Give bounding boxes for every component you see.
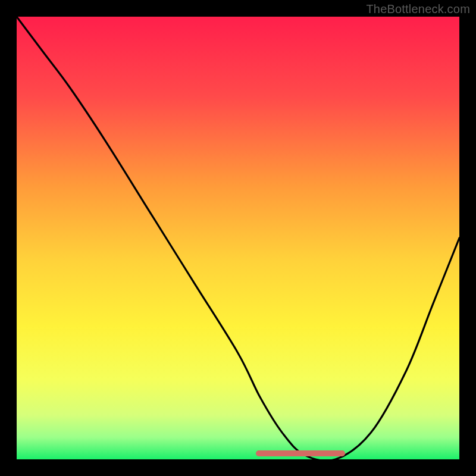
min-highlight-bar xyxy=(256,450,345,456)
watermark-text: TheBottleneck.com xyxy=(366,2,470,16)
plot-area xyxy=(17,17,459,459)
bottleneck-curve xyxy=(17,17,459,459)
chart-frame: TheBottleneck.com xyxy=(0,0,476,476)
